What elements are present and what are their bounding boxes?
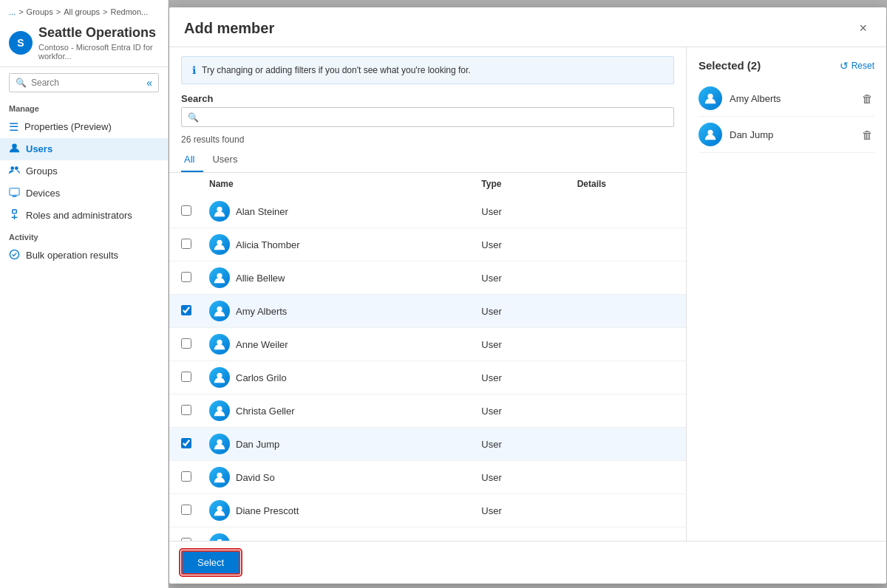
user-type-cell: User	[472, 527, 568, 541]
sidebar: ... > Groups > All groups > Redmon... S …	[0, 0, 169, 588]
user-checkbox[interactable]	[181, 505, 191, 515]
user-checkbox[interactable]	[181, 538, 191, 541]
sidebar-item-properties[interactable]: ☰ Properties (Preview)	[0, 116, 168, 138]
table-row[interactable]: Amy Alberts User	[169, 295, 686, 328]
user-name-cell: Amy Alberts	[200, 295, 472, 328]
checkbox-cell[interactable]	[169, 328, 200, 361]
user-checkbox[interactable]	[181, 438, 191, 448]
search-field-input[interactable]	[203, 112, 667, 123]
delete-selected-button[interactable]: 🗑	[860, 91, 874, 106]
svg-point-15	[217, 473, 222, 478]
user-type-cell: User	[472, 461, 568, 494]
breadcrumb-current: Redmon...	[110, 7, 148, 16]
user-checkbox[interactable]	[181, 372, 191, 382]
tab-users[interactable]: Users	[209, 149, 246, 172]
svg-point-13	[217, 406, 222, 411]
close-button[interactable]: ×	[854, 19, 871, 38]
user-details-cell	[568, 527, 686, 541]
user-details-cell	[568, 295, 686, 328]
table-row[interactable]: David So User	[169, 461, 686, 494]
user-avatar	[209, 467, 230, 488]
results-count: 26 results found	[169, 133, 686, 149]
table-row[interactable]: Alan Steiner User	[169, 195, 686, 228]
user-name-cell: Eric Gruber	[200, 527, 472, 541]
sidebar-item-label: Bulk operation results	[26, 250, 118, 261]
table-row[interactable]: Eric Gruber User	[169, 527, 686, 541]
sidebar-item-devices[interactable]: Devices	[0, 182, 168, 205]
table-row[interactable]: Carlos Grilo User	[169, 361, 686, 394]
user-checkbox[interactable]	[181, 405, 191, 415]
users-icon	[9, 143, 20, 156]
checkbox-cell[interactable]	[169, 461, 200, 494]
user-type-cell: User	[472, 361, 568, 394]
sidebar-item-users[interactable]: Users	[0, 138, 168, 160]
user-name-cell: Dan Jump	[200, 428, 472, 461]
checkbox-cell[interactable]	[169, 428, 200, 461]
checkbox-cell[interactable]	[169, 494, 200, 527]
sidebar-item-roles[interactable]: Roles and administrators	[0, 205, 168, 227]
user-name: David So	[236, 472, 275, 483]
search-input[interactable]	[31, 78, 140, 88]
sidebar-item-label: Users	[26, 143, 52, 154]
checkbox-cell[interactable]	[169, 195, 200, 228]
selected-user-avatar	[699, 86, 722, 110]
breadcrumb-groups[interactable]: Groups	[27, 7, 53, 16]
svg-point-10	[217, 307, 222, 312]
table-row[interactable]: Allie Bellew User	[169, 261, 686, 295]
checkbox-cell[interactable]	[169, 361, 200, 394]
user-type-cell: User	[472, 428, 568, 461]
user-avatar	[209, 533, 230, 541]
user-checkbox[interactable]	[181, 239, 191, 249]
table-row[interactable]: Christa Geller User	[169, 394, 686, 428]
reset-label: Reset	[852, 61, 874, 71]
user-type-cell: User	[472, 394, 568, 428]
breadcrumb-ellipsis[interactable]: ...	[9, 7, 16, 16]
checkbox-cell[interactable]	[169, 295, 200, 328]
checkbox-cell[interactable]	[169, 228, 200, 261]
info-text: Try changing or adding filters if you do…	[202, 65, 471, 75]
checkbox-cell[interactable]	[169, 394, 200, 428]
table-header-row: Name Type Details	[169, 173, 686, 195]
user-checkbox[interactable]	[181, 338, 191, 349]
user-details-cell	[568, 428, 686, 461]
user-checkbox[interactable]	[181, 205, 191, 216]
roles-icon	[9, 209, 20, 222]
type-col-header: Type	[472, 173, 568, 195]
sidebar-item-groups[interactable]: Groups	[0, 160, 168, 182]
table-row[interactable]: Anne Weiler User	[169, 328, 686, 361]
sidebar-item-label: Roles and administrators	[26, 210, 132, 221]
sidebar-item-label: Properties (Preview)	[24, 121, 112, 132]
svg-point-7	[217, 207, 222, 212]
org-name: Seattle Operations	[38, 25, 159, 41]
table-row[interactable]: Dan Jump User	[169, 428, 686, 461]
svg-rect-5	[13, 210, 17, 213]
search-field-icon: 🔍	[188, 112, 199, 123]
manage-section-label: Manage	[0, 98, 168, 116]
user-checkbox[interactable]	[181, 272, 191, 282]
select-button[interactable]: Select	[181, 550, 240, 575]
svg-point-18	[707, 94, 713, 99]
sidebar-item-label: Devices	[26, 188, 60, 199]
svg-point-11	[217, 340, 222, 345]
table-row[interactable]: Alicia Thomber User	[169, 228, 686, 261]
breadcrumb-allgroups[interactable]: All groups	[64, 7, 100, 16]
user-checkbox[interactable]	[181, 471, 191, 482]
tab-all[interactable]: All	[181, 149, 203, 172]
collapse-icon[interactable]: «	[146, 77, 152, 89]
user-name: Diane Prescott	[236, 505, 299, 516]
sidebar-item-bulk[interactable]: Bulk operation results	[0, 245, 168, 267]
sidebar-search-box[interactable]: 🔍 «	[9, 73, 159, 92]
add-member-modal: Add member × ℹ Try changing or adding fi…	[169, 7, 886, 584]
user-name: Carlos Grilo	[236, 372, 287, 383]
checkbox-cell[interactable]	[169, 261, 200, 295]
reset-button[interactable]: ↺ Reset	[840, 60, 874, 72]
user-checkbox[interactable]	[181, 305, 191, 315]
delete-selected-button[interactable]: 🗑	[860, 127, 874, 143]
checkbox-cell[interactable]	[169, 527, 200, 541]
selected-item: Dan Jump 🗑	[699, 117, 874, 153]
user-avatar	[209, 400, 230, 421]
table-row[interactable]: Diane Prescott User	[169, 494, 686, 527]
user-avatar	[209, 201, 230, 222]
user-type-cell: User	[472, 328, 568, 361]
search-field[interactable]: 🔍	[181, 107, 674, 127]
